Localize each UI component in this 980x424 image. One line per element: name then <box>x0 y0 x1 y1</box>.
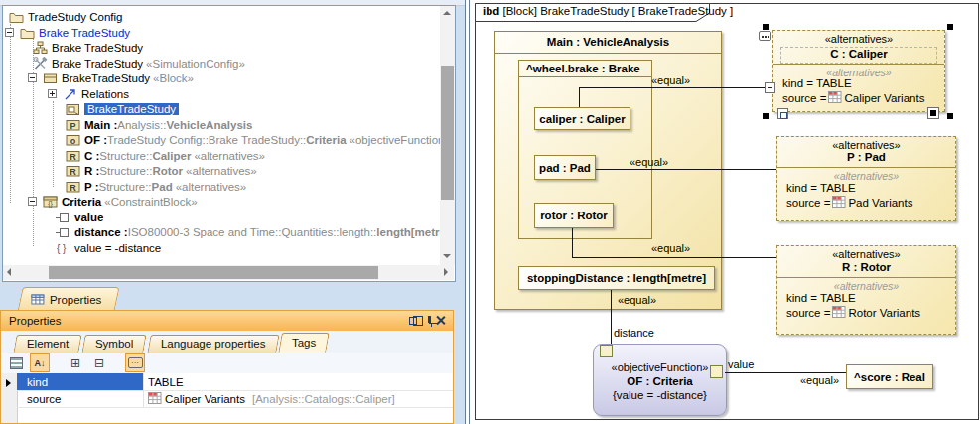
tree-item-criteria[interactable]: {} Criteria «ConstraintBlock» <box>28 194 198 209</box>
kind-tag: kind = TABLE <box>786 182 856 194</box>
equal-connector-pad[interactable] <box>596 169 776 170</box>
tree-horizontal-scrollbar[interactable] <box>3 265 454 280</box>
tree-item-c-caliper[interactable]: R C : Structure:: Caliper «alternatives» <box>66 148 265 163</box>
c-caliper-alternatives-block[interactable]: «alternatives» C : Caliper «alternatives… <box>772 30 945 112</box>
compartments-button[interactable] <box>759 31 771 41</box>
tree-stereotype: «objectiveFunction» <box>350 134 451 146</box>
tag-name-cell[interactable]: kind <box>17 373 144 390</box>
selection-handle[interactable] <box>947 24 953 30</box>
scroll-up-arrow[interactable] <box>443 11 451 15</box>
tree-item-brake-tradestudy-diagram[interactable]: Brake TradeStudy <box>33 40 143 55</box>
equal-connector-distance[interactable] <box>611 290 612 344</box>
equal-connector-rotor[interactable] <box>572 228 573 257</box>
r-rotor-alternatives-block[interactable]: «alternatives» R : Rotor «alternatives» … <box>776 245 956 335</box>
tag-row-kind[interactable]: kind TABLE <box>17 373 453 391</box>
tree-item-tradestudy-config[interactable]: TradeStudy Config <box>9 9 122 24</box>
properties-dock-tab[interactable]: Properties <box>17 287 119 312</box>
scroll-thumb[interactable] <box>441 66 454 200</box>
tree-stereotype: «ConstraintBlock» <box>104 196 197 208</box>
tree-path: Structure:: <box>99 150 152 162</box>
equal-label[interactable]: «equal» <box>651 74 690 86</box>
table-icon <box>832 196 846 210</box>
categorized-view-button[interactable] <box>6 353 26 372</box>
selection-handle[interactable] <box>947 113 953 119</box>
tree-item-distance-param[interactable]: distance : ISO80000-3 Space and Time::Qu… <box>56 224 450 239</box>
tab-symbol[interactable]: Symbol <box>82 335 148 353</box>
collapse-connector-box[interactable] <box>765 82 775 93</box>
smart-manipulator-button[interactable] <box>777 108 788 119</box>
panel-splitter[interactable] <box>465 0 466 424</box>
collapse-toggle[interactable] <box>28 197 37 206</box>
block-name: C : Caliper <box>773 48 944 60</box>
distance-role-label[interactable]: distance <box>614 327 654 339</box>
resize-handle-box[interactable] <box>927 107 939 119</box>
tab-language-properties[interactable]: Language properties <box>147 335 279 353</box>
tree-type: Rotor <box>152 165 183 177</box>
tag-row-source[interactable]: source Caliper Variants [Analysis::Catal… <box>17 390 453 408</box>
equal-label[interactable]: «equal» <box>651 242 690 254</box>
selection-handle[interactable] <box>763 24 769 30</box>
expand-toggle[interactable] <box>48 89 57 98</box>
tree-vertical-scrollbar[interactable] <box>440 6 455 265</box>
properties-table-icon <box>31 293 45 308</box>
equal-label[interactable]: «equal» <box>800 374 839 386</box>
equal-label[interactable]: «equal» <box>618 294 656 306</box>
caliper-part[interactable]: caliper : Caliper <box>534 107 630 130</box>
equal-connector-caliper[interactable] <box>579 87 765 88</box>
scroll-right-arrow[interactable] <box>444 268 448 276</box>
pad-part[interactable]: pad : Pad <box>534 155 596 180</box>
svg-text:P: P <box>70 120 75 130</box>
pin-icon[interactable] <box>428 316 431 323</box>
equal-label[interactable]: «equal» <box>630 156 668 168</box>
tree-item-main-part[interactable]: P Main : Analysis:: VehicleAnalysis <box>66 117 252 132</box>
scroll-thumb[interactable] <box>49 266 378 279</box>
tree-item-constraint-expr[interactable]: { } value = -distance <box>56 240 161 255</box>
p-pad-alternatives-block[interactable]: «alternatives» P : Pad «alternatives» ki… <box>776 136 956 221</box>
containment-tree[interactable]: TradeStudy Config Brake TradeStudy Brake… <box>2 5 456 282</box>
tree-item-brake-tradestudy-pkg[interactable]: Brake TradeStudy <box>5 25 130 40</box>
collapse-nodes-button[interactable] <box>89 353 109 372</box>
scroll-left-arrow[interactable] <box>7 268 11 276</box>
tag-value-cell[interactable]: Caliper Variants [Analysis::Catalogs::Ca… <box>144 392 395 406</box>
tag-text: kind = TABLE <box>782 77 852 89</box>
equal-connector-caliper[interactable] <box>579 87 580 107</box>
score-part[interactable]: ^score : Real <box>846 364 933 389</box>
tree-label: BrakeTradeStudy <box>62 72 150 84</box>
block-icon <box>43 71 58 85</box>
show-description-button[interactable] <box>125 353 145 372</box>
collapse-toggle[interactable] <box>5 28 14 37</box>
stopping-distance-part[interactable]: stoppingDistance : length[metre] <box>518 266 715 290</box>
properties-panel-title: Properties <box>9 315 61 327</box>
of-criteria-constraint-block[interactable]: «objectiveFunction» OF : Criteria {value… <box>593 344 727 416</box>
equal-connector-rotor[interactable] <box>572 257 776 258</box>
diagram-title-text: [Block] BrakeTradeStudy [ BrakeTradeStud… <box>502 5 733 17</box>
rotor-part[interactable]: rotor : Rotor <box>534 203 614 228</box>
collapse-toggle[interactable] <box>28 73 37 82</box>
objective-property-icon: o <box>66 133 80 147</box>
tree-item-braketradestudy-ibd[interactable]: BrakeTradeStudy <box>66 101 179 116</box>
scroll-down-arrow[interactable] <box>443 254 451 258</box>
tab-tags[interactable]: Tags <box>278 333 330 353</box>
tree-type: Pad <box>152 181 173 193</box>
tree-label: Main : <box>84 119 117 131</box>
tree-item-r-rotor[interactable]: R R : Structure:: Rotor «alternatives» <box>66 163 257 178</box>
expand-nodes-button[interactable] <box>66 353 85 372</box>
tag-name-cell[interactable]: source <box>17 390 144 407</box>
value-role-label[interactable]: value <box>728 358 754 370</box>
tree-item-simulation-config[interactable]: Brake TradeStudy «SimulationConfig» <box>33 56 245 71</box>
tree-item-p-pad[interactable]: R P : Structure:: Pad «alternatives» <box>66 179 246 194</box>
tree-item-relations[interactable]: Relations <box>48 86 129 101</box>
selection-handle[interactable] <box>763 113 769 119</box>
value-parameter-port[interactable] <box>710 365 723 378</box>
restore-window-icon[interactable] <box>409 317 417 325</box>
part-label: stoppingDistance : length[metre] <box>527 272 706 284</box>
tree-item-of-objective[interactable]: o OF : TradeStudy Config::Brake TradeStu… <box>66 132 451 147</box>
tag-value-cell[interactable]: TABLE <box>144 376 184 388</box>
close-icon[interactable] <box>435 315 446 326</box>
tree-item-braketradestudy-block[interactable]: BrakeTradeStudy «Block» <box>28 71 194 85</box>
distance-parameter-port[interactable] <box>600 345 613 357</box>
sort-alphabetically-button[interactable] <box>30 353 50 372</box>
tab-element[interactable]: Element <box>13 335 81 353</box>
tree-item-value-param[interactable]: value <box>56 210 103 224</box>
equal-connector-value[interactable] <box>725 372 846 373</box>
